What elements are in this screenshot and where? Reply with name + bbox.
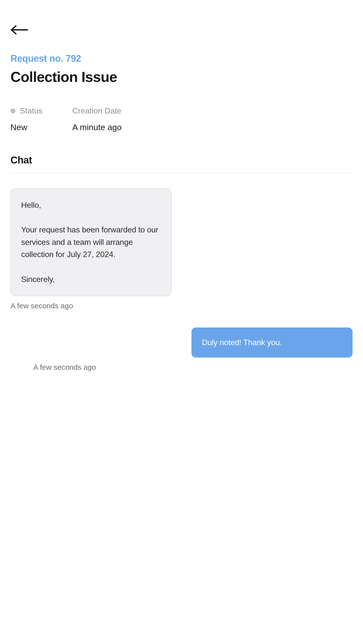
- chat-message-body: Hello, Your request has been forwarded t…: [21, 199, 161, 286]
- created-value: A minute ago: [72, 122, 122, 132]
- back-button[interactable]: [10, 25, 28, 36]
- created-block: Creation Date A minute ago: [72, 106, 122, 132]
- chat-header: Chat: [10, 154, 353, 173]
- arrow-left-icon: [10, 25, 28, 35]
- created-label: Creation Date: [72, 106, 121, 116]
- status-value: New: [10, 122, 42, 132]
- request-number: Request no. 792: [10, 53, 353, 64]
- page-title: Collection Issue: [10, 68, 353, 85]
- status-dot-icon: [10, 108, 15, 114]
- status-block: Status New: [10, 106, 42, 132]
- chat-message-incoming: Hello, Your request has been forwarded t…: [10, 188, 172, 296]
- chat-timestamp-outgoing: A few seconds ago: [33, 363, 194, 372]
- chat-timestamp-incoming: A few seconds ago: [10, 302, 353, 310]
- chat-message-outgoing: Duly noted! Thank you.: [191, 328, 353, 358]
- status-label: Status: [20, 106, 42, 116]
- chat-message-body: Duly noted! Thank you.: [202, 337, 342, 348]
